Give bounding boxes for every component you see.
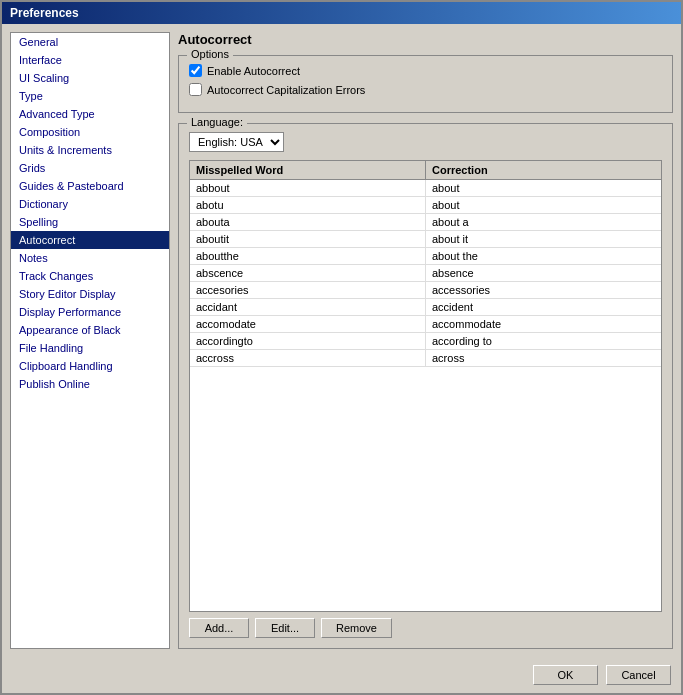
sidebar-scroll[interactable]: GeneralInterfaceUI ScalingTypeAdvanced T…: [11, 33, 169, 648]
misspelled-cell: accidant: [190, 299, 426, 315]
table-row[interactable]: accordingto according to: [190, 333, 661, 350]
options-legend: Options: [187, 48, 233, 60]
sidebar-item-notes[interactable]: Notes: [11, 249, 169, 267]
remove-button[interactable]: Remove: [321, 618, 392, 638]
enable-autocorrect-label: Enable Autocorrect: [207, 65, 300, 77]
options-group: Options Enable Autocorrect Autocorrect C…: [178, 55, 673, 113]
autocorrect-table: Misspelled Word Correction abbout about …: [189, 160, 662, 612]
correction-cell: about the: [426, 248, 661, 264]
correction-cell: absence: [426, 265, 661, 281]
sidebar-item-grids[interactable]: Grids: [11, 159, 169, 177]
sidebar-item-appearance-of-black[interactable]: Appearance of Black: [11, 321, 169, 339]
enable-autocorrect-checkbox[interactable]: [189, 64, 202, 77]
sidebar-item-autocorrect[interactable]: Autocorrect: [11, 231, 169, 249]
table-row[interactable]: abotu about: [190, 197, 661, 214]
language-legend: Language:: [187, 116, 247, 128]
sidebar-item-file-handling[interactable]: File Handling: [11, 339, 169, 357]
correction-cell: about: [426, 180, 661, 196]
table-row[interactable]: aboutthe about the: [190, 248, 661, 265]
table-row[interactable]: abouta about a: [190, 214, 661, 231]
add-button[interactable]: Add...: [189, 618, 249, 638]
sidebar-item-guides--pasteboard[interactable]: Guides & Pasteboard: [11, 177, 169, 195]
autocorrect-caps-row: Autocorrect Capitalization Errors: [189, 83, 662, 96]
section-title: Autocorrect: [178, 32, 673, 47]
sidebar-item-advanced-type[interactable]: Advanced Type: [11, 105, 169, 123]
autocorrect-caps-label: Autocorrect Capitalization Errors: [207, 84, 365, 96]
window-title: Preferences: [10, 6, 79, 20]
sidebar-item-publish-online[interactable]: Publish Online: [11, 375, 169, 393]
table-row[interactable]: aboutit about it: [190, 231, 661, 248]
table-header: Misspelled Word Correction: [190, 161, 661, 180]
misspelled-cell: abbout: [190, 180, 426, 196]
table-row[interactable]: abscence absence: [190, 265, 661, 282]
correction-cell: across: [426, 350, 661, 366]
table-row[interactable]: accross across: [190, 350, 661, 367]
cancel-button[interactable]: Cancel: [606, 665, 671, 685]
sidebar-item-display-performance[interactable]: Display Performance: [11, 303, 169, 321]
table-row[interactable]: abbout about: [190, 180, 661, 197]
table-row[interactable]: accesories accessories: [190, 282, 661, 299]
footer: OK Cancel: [2, 657, 681, 693]
enable-autocorrect-row: Enable Autocorrect: [189, 64, 662, 77]
table-row[interactable]: accomodate accommodate: [190, 316, 661, 333]
preferences-window: Preferences GeneralInterfaceUI ScalingTy…: [0, 0, 683, 695]
table-body[interactable]: abbout about abotu about abouta about a …: [190, 180, 661, 611]
misspelled-cell: accordingto: [190, 333, 426, 349]
edit-button[interactable]: Edit...: [255, 618, 315, 638]
content-area: GeneralInterfaceUI ScalingTypeAdvanced T…: [2, 24, 681, 657]
table-row[interactable]: accidant accident: [190, 299, 661, 316]
table-button-row: Add... Edit... Remove: [189, 618, 662, 638]
misspelled-cell: accomodate: [190, 316, 426, 332]
main-panel: Autocorrect Options Enable Autocorrect A…: [178, 32, 673, 649]
sidebar-item-spelling[interactable]: Spelling: [11, 213, 169, 231]
sidebar: GeneralInterfaceUI ScalingTypeAdvanced T…: [10, 32, 170, 649]
col2-header: Correction: [426, 161, 661, 179]
misspelled-cell: accross: [190, 350, 426, 366]
sidebar-item-ui-scaling[interactable]: UI Scaling: [11, 69, 169, 87]
autocorrect-caps-checkbox[interactable]: [189, 83, 202, 96]
misspelled-cell: aboutthe: [190, 248, 426, 264]
col1-header: Misspelled Word: [190, 161, 426, 179]
correction-cell: about: [426, 197, 661, 213]
sidebar-item-type[interactable]: Type: [11, 87, 169, 105]
language-group: Language: English: USA Misspelled Word C…: [178, 123, 673, 649]
misspelled-cell: abotu: [190, 197, 426, 213]
language-select[interactable]: English: USA: [189, 132, 284, 152]
sidebar-item-dictionary[interactable]: Dictionary: [11, 195, 169, 213]
correction-cell: about a: [426, 214, 661, 230]
correction-cell: about it: [426, 231, 661, 247]
misspelled-cell: abscence: [190, 265, 426, 281]
correction-cell: accident: [426, 299, 661, 315]
sidebar-item-composition[interactable]: Composition: [11, 123, 169, 141]
correction-cell: accessories: [426, 282, 661, 298]
sidebar-item-story-editor-display[interactable]: Story Editor Display: [11, 285, 169, 303]
sidebar-item-general[interactable]: General: [11, 33, 169, 51]
language-row: English: USA: [189, 132, 662, 152]
sidebar-item-interface[interactable]: Interface: [11, 51, 169, 69]
ok-button[interactable]: OK: [533, 665, 598, 685]
misspelled-cell: abouta: [190, 214, 426, 230]
sidebar-item-units--increments[interactable]: Units & Increments: [11, 141, 169, 159]
sidebar-item-track-changes[interactable]: Track Changes: [11, 267, 169, 285]
misspelled-cell: accesories: [190, 282, 426, 298]
title-bar: Preferences: [2, 2, 681, 24]
correction-cell: according to: [426, 333, 661, 349]
sidebar-item-clipboard-handling[interactable]: Clipboard Handling: [11, 357, 169, 375]
misspelled-cell: aboutit: [190, 231, 426, 247]
correction-cell: accommodate: [426, 316, 661, 332]
